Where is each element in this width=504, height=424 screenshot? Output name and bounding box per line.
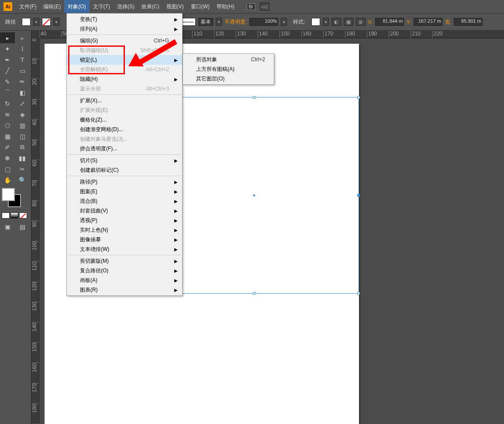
- blob-brush-tool-icon[interactable]: ⌒: [0, 87, 15, 98]
- handle-mr[interactable]: [357, 194, 360, 197]
- w-input[interactable]: 85.901 m: [454, 18, 483, 26]
- opacity-label: 不透明度:: [224, 18, 247, 26]
- pen-tool-icon[interactable]: ✒: [0, 54, 15, 65]
- submenu-all-above[interactable]: 上方所有图稿(A): [183, 64, 274, 74]
- color-mode-icon[interactable]: [2, 212, 10, 219]
- opacity-dropdown[interactable]: [281, 18, 287, 26]
- menu-gradient-mesh[interactable]: 创建渐变网格(D)...: [67, 125, 182, 134]
- align-icon[interactable]: ▦: [344, 18, 353, 26]
- line-tool-icon[interactable]: ╱: [0, 65, 15, 76]
- hand-tool-icon[interactable]: ✋: [0, 174, 15, 185]
- artboard-tool-icon[interactable]: ▢: [0, 163, 15, 174]
- menu-transform[interactable]: 变换(T)▶: [67, 14, 182, 24]
- menu-group[interactable]: 编组(G)Ctrl+G: [67, 36, 182, 45]
- menu-window[interactable]: 窗口(W): [187, 0, 213, 13]
- mesh-tool-icon[interactable]: ▦: [0, 131, 15, 142]
- menu-flatten[interactable]: 拼合透明度(F)...: [67, 144, 182, 153]
- menu-artboards[interactable]: 画板(A)▶: [67, 275, 182, 285]
- scale-tool-icon[interactable]: ⤢: [15, 98, 30, 109]
- ruler-tick-v: 110: [31, 262, 39, 282]
- rotate-tool-icon[interactable]: ↻: [0, 98, 15, 109]
- change-screen-icon[interactable]: ▤: [15, 221, 30, 232]
- menu-clipping-mask[interactable]: 剪切蒙版(M)▶: [67, 256, 182, 266]
- transform-icon[interactable]: ⊞: [356, 18, 366, 26]
- shape-builder-tool-icon[interactable]: ⬡: [0, 120, 15, 131]
- menu-text[interactable]: 文字(T): [90, 0, 114, 13]
- ruler-tick-h: 190: [367, 31, 389, 38]
- lasso-tool-icon[interactable]: ⌇: [15, 43, 30, 54]
- menu-rasterize[interactable]: 栅格化(Z)...: [67, 115, 182, 125]
- opacity-input[interactable]: 100%: [249, 18, 278, 26]
- menu-slice[interactable]: 切片(S)▶: [67, 156, 182, 165]
- stroke-swatch[interactable]: [42, 18, 51, 26]
- type-tool-icon[interactable]: T: [15, 54, 30, 65]
- handle-tm[interactable]: [253, 96, 255, 99]
- menu-perspective[interactable]: 透视(P)▶: [67, 215, 182, 225]
- menu-select[interactable]: 选择(S): [114, 0, 138, 13]
- menu-envelope[interactable]: 封套扭曲(V)▶: [67, 206, 182, 215]
- fill-swatch[interactable]: [22, 18, 31, 26]
- handle-br[interactable]: [357, 292, 360, 295]
- menu-help[interactable]: 帮助(H): [213, 0, 238, 13]
- direct-selection-tool-icon[interactable]: ▹: [15, 32, 30, 43]
- column-graph-tool-icon[interactable]: ▮▮: [15, 153, 30, 163]
- fill-color-icon[interactable]: [2, 188, 15, 201]
- brush-dropdown[interactable]: [216, 18, 222, 26]
- eyedropper-tool-icon[interactable]: ✐: [0, 142, 15, 153]
- fill-stroke-selector[interactable]: [2, 188, 24, 210]
- fill-dropdown[interactable]: [33, 18, 39, 26]
- brush-basic-label[interactable]: 基本: [198, 18, 213, 26]
- submenu-selection[interactable]: 所选对象Ctrl+2: [183, 55, 274, 64]
- width-tool-icon[interactable]: ≋: [0, 109, 15, 120]
- magic-wand-tool-icon[interactable]: ✦: [0, 43, 15, 54]
- y-label: Y:: [407, 19, 411, 24]
- menu-live-paint[interactable]: 实时上色(N)▶: [67, 225, 182, 235]
- eraser-tool-icon[interactable]: ◧: [15, 87, 30, 98]
- submenu-other-layers[interactable]: 其它图层(O): [183, 74, 274, 83]
- stroke-dropdown[interactable]: [53, 18, 59, 26]
- menu-arrange[interactable]: 排列(A)▶: [67, 24, 182, 34]
- menu-path[interactable]: 路径(P)▶: [67, 177, 182, 187]
- slice-tool-icon[interactable]: ✂: [15, 163, 30, 174]
- menu-pattern[interactable]: 图案(E)▶: [67, 187, 182, 196]
- menu-view[interactable]: 视图(V): [163, 0, 187, 13]
- pencil-tool-icon[interactable]: ✏: [15, 76, 30, 87]
- menu-expand[interactable]: 扩展(X)...: [67, 96, 182, 105]
- style-dropdown[interactable]: [323, 18, 329, 26]
- paintbrush-tool-icon[interactable]: ✎: [0, 76, 15, 87]
- perspective-grid-tool-icon[interactable]: ▥: [15, 120, 30, 131]
- free-transform-tool-icon[interactable]: ◈: [15, 109, 30, 120]
- menu-text-wrap[interactable]: 文本绕排(W)▶: [67, 244, 182, 254]
- none-mode-icon[interactable]: [19, 212, 27, 219]
- x-input[interactable]: 81.844 m: [375, 18, 404, 26]
- menu-hide[interactable]: 隐藏(H)▶: [67, 74, 182, 84]
- ruler-tick-v: 170: [31, 383, 39, 403]
- y-input[interactable]: 167.217 m: [414, 18, 442, 26]
- zoom-tool-icon[interactable]: 🔍: [15, 174, 30, 185]
- gradient-tool-icon[interactable]: ◫: [15, 131, 30, 142]
- menu-file[interactable]: 文件(F): [16, 0, 40, 13]
- rectangle-tool-icon[interactable]: ▭: [15, 65, 30, 76]
- selection-tool-icon[interactable]: ▸: [0, 32, 15, 43]
- menu-graph[interactable]: 图表(R)▶: [67, 285, 182, 295]
- menu-blend[interactable]: 混合(B)▶: [67, 196, 182, 206]
- style-swatch[interactable]: [311, 18, 320, 26]
- recolor-icon[interactable]: ◐: [331, 18, 341, 26]
- menu-effect[interactable]: 效果(C): [138, 0, 163, 13]
- bridge-button[interactable]: Br: [247, 3, 255, 10]
- screen-mode-icon[interactable]: ▣: [0, 221, 15, 232]
- menu-image-trace[interactable]: 图像描摹▶: [67, 235, 182, 244]
- symbol-sprayer-tool-icon[interactable]: ❋: [0, 153, 15, 163]
- menu-lock[interactable]: 锁定(L)▶: [67, 55, 182, 65]
- layout-toggle-icon[interactable]: ▭▯: [260, 3, 269, 10]
- handle-bm[interactable]: [253, 292, 255, 295]
- menu-crop-marks[interactable]: 创建裁切标记(C): [67, 165, 182, 175]
- handle-tr[interactable]: [357, 96, 360, 99]
- menu-object[interactable]: 对象(O): [64, 0, 89, 13]
- blend-tool-icon[interactable]: ⧉: [15, 142, 30, 153]
- menu-edit[interactable]: 编辑(E): [40, 0, 64, 13]
- ruler-tick-v: 120: [31, 282, 39, 302]
- gradient-mode-icon[interactable]: [10, 212, 18, 219]
- menu-compound-path[interactable]: 复合路径(O)▶: [67, 266, 182, 275]
- path-type-label: 路径: [2, 18, 19, 26]
